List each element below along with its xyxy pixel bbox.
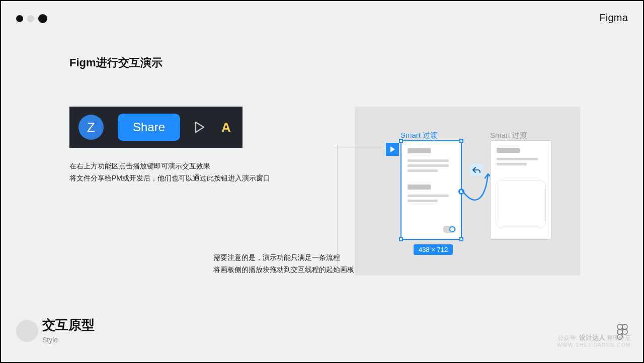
- user-avatar[interactable]: Z: [78, 115, 104, 140]
- dot-icon: [16, 15, 23, 22]
- placeholder-bar: [497, 158, 538, 160]
- placeholder-bar: [408, 148, 431, 153]
- placeholder-bar: [408, 169, 438, 172]
- placeholder-bar: [497, 148, 520, 153]
- frame-b[interactable]: [490, 140, 551, 240]
- watermark-url: WWW.SHEJIDAREN.COM: [557, 342, 631, 348]
- selection-handle-icon[interactable]: [399, 139, 403, 143]
- watermark: 公众号: 设计达人 整理分享 WWW.SHEJIDAREN.COM: [557, 333, 631, 348]
- footer-title: 交互原型: [42, 316, 95, 334]
- brand-label: Figma: [599, 12, 628, 24]
- watermark-name: 设计达人: [579, 334, 605, 341]
- play-chip-icon[interactable]: [386, 143, 399, 156]
- selection-handle-icon[interactable]: [459, 139, 463, 143]
- placeholder-bar: [408, 164, 449, 167]
- dotted-guide: [337, 146, 385, 146]
- window-dots: [16, 14, 47, 23]
- share-button[interactable]: Share: [118, 114, 180, 141]
- frame-a-label: Smart 过渡: [400, 131, 438, 140]
- frame-a[interactable]: [400, 140, 462, 240]
- text-line: 将画板侧的播放块拖动到交互线程的起始画板: [213, 263, 354, 276]
- image-placeholder: [496, 180, 546, 228]
- middle-description: 需要注意的是，演示功能只满足一条流程 将画板侧的播放块拖动到交互线程的起始画板: [213, 251, 354, 276]
- dot-icon: [27, 15, 34, 22]
- text-line: 在右上方功能区点击播放键即可演示交互效果: [69, 160, 270, 172]
- text-line: 将文件分享给PM或开发后，他们也可以通过此按钮进入演示窗口: [69, 172, 270, 184]
- svg-point-0: [617, 324, 622, 329]
- footer-bullet-icon: [16, 320, 38, 342]
- section-title: Figm进行交互演示: [69, 55, 163, 70]
- placeholder-bar: [408, 195, 449, 197]
- selection-handle-icon[interactable]: [399, 237, 403, 241]
- selection-handle-icon[interactable]: [459, 237, 463, 241]
- figma-toolbar: Z Share A: [69, 107, 243, 148]
- toggle-icon[interactable]: [443, 226, 456, 233]
- watermark-prefix: 公众号:: [557, 334, 577, 341]
- text-line: 需要注意的是，演示功能只满足一条流程: [213, 251, 354, 263]
- left-description: 在右上方功能区点击播放键即可演示交互效果 将文件分享给PM或开发后，他们也可以通…: [69, 160, 270, 184]
- slide-page: Figma Figm进行交互演示 Z Share A 在右上方功能区点击播放键即…: [1, 1, 643, 362]
- dimensions-badge: 438 × 712: [414, 244, 453, 255]
- dotted-guide: [337, 146, 338, 271]
- back-button[interactable]: [470, 164, 483, 176]
- placeholder-bar: [408, 185, 431, 190]
- trailing-letter: A: [221, 120, 231, 135]
- reply-arrow-icon: [472, 166, 480, 173]
- footer-subtitle: Style: [42, 336, 58, 344]
- placeholder-bar: [408, 200, 438, 202]
- placeholder-bar: [497, 163, 527, 165]
- watermark-suffix: 整理分享: [607, 334, 631, 341]
- placeholder-bar: [408, 159, 449, 162]
- svg-point-1: [622, 324, 627, 329]
- frame-b-label: Smart 过渡: [490, 131, 527, 140]
- play-icon[interactable]: [194, 121, 205, 133]
- dot-icon: [38, 14, 47, 23]
